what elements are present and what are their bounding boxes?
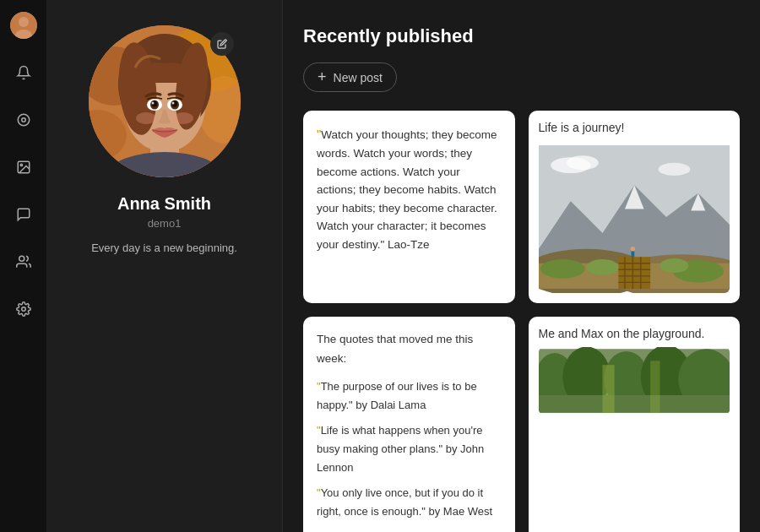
svg-rect-62 <box>602 365 614 413</box>
svg-point-29 <box>136 112 156 124</box>
svg-rect-50 <box>631 251 634 258</box>
profile-panel: Anna Smith demo1 Every day is a new begi… <box>46 0 283 532</box>
playground-image <box>539 347 730 415</box>
post-card-mountain-title: Life is a journey! <box>539 121 730 134</box>
svg-rect-61 <box>539 395 730 413</box>
profile-bio: Every day is a new beginning. <box>91 242 237 254</box>
bell-icon[interactable] <box>10 59 37 86</box>
svg-point-6 <box>20 164 22 166</box>
gallery-icon[interactable] <box>10 154 37 181</box>
settings-icon[interactable] <box>10 296 37 323</box>
post-card-playground[interactable]: Me and Max on the playground. <box>529 317 741 532</box>
quote-mark: " <box>317 127 321 141</box>
avatar-initials <box>10 12 37 39</box>
svg-point-3 <box>18 114 30 126</box>
mountain-image <box>539 141 730 293</box>
post-card-quotes-list[interactable]: The quotes that moved me this week: "The… <box>303 317 515 532</box>
svg-point-53 <box>567 155 599 170</box>
chat-icon[interactable] <box>10 201 37 228</box>
post-card-playground-title: Me and Max on the playground. <box>539 327 730 340</box>
svg-point-24 <box>151 102 154 105</box>
post-card-mountain[interactable]: Life is a journey! <box>529 111 741 303</box>
svg-point-7 <box>19 256 24 261</box>
svg-rect-38 <box>618 257 650 289</box>
svg-point-49 <box>660 258 688 273</box>
new-post-label: New post <box>334 71 383 84</box>
quote-text: "Watch your thoughts; they become words.… <box>317 124 502 254</box>
quotes-list-title: The quotes that moved me this week: <box>317 330 502 369</box>
svg-point-1 <box>19 17 29 27</box>
svg-rect-63 <box>650 361 660 412</box>
main-content: Recently published + New post "Watch you… <box>283 0 760 532</box>
quote-list-item: "Many of life's failures are people who … <box>317 529 502 532</box>
quote-list-item: "The purpose of our lives is to be happy… <box>317 377 502 415</box>
new-post-button[interactable]: + New post <box>303 62 397 92</box>
svg-point-54 <box>658 163 690 176</box>
posts-grid: "Watch your thoughts; they become words.… <box>303 111 740 532</box>
quote-list-item: "You only live once, but if you do it ri… <box>317 484 502 521</box>
post-card-quote[interactable]: "Watch your thoughts; they become words.… <box>303 111 515 303</box>
edit-profile-button[interactable] <box>210 32 234 56</box>
svg-point-46 <box>540 259 584 279</box>
compass-icon[interactable] <box>10 106 37 133</box>
sidebar-avatar[interactable] <box>10 12 37 39</box>
people-icon[interactable] <box>10 248 37 275</box>
quote-list-item: "Life is what happens when you're busy m… <box>317 421 502 477</box>
svg-point-28 <box>171 102 174 105</box>
profile-username: demo1 <box>148 217 182 230</box>
svg-point-51 <box>630 247 635 252</box>
svg-point-30 <box>173 112 193 124</box>
svg-point-48 <box>586 259 618 275</box>
profile-name: Anna Smith <box>117 194 211 214</box>
svg-point-4 <box>21 118 25 122</box>
sidebar <box>0 0 46 532</box>
svg-point-8 <box>21 307 25 312</box>
plus-icon: + <box>318 68 327 86</box>
section-title: Recently published <box>303 25 740 47</box>
profile-avatar-wrapper <box>89 25 241 177</box>
